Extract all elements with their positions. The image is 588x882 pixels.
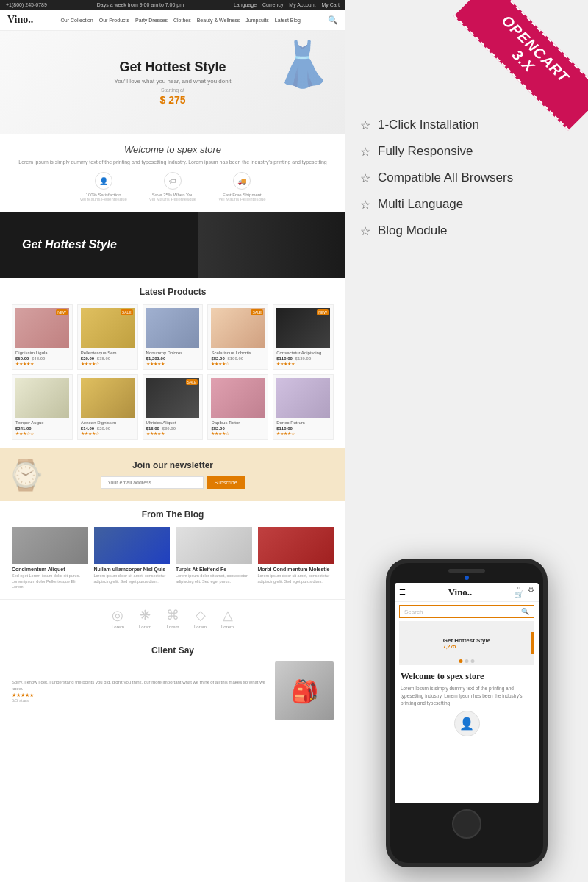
welcome-icons: 👤 100% Satisfaction Vel Mauris Pellentes… bbox=[15, 172, 331, 201]
product-image-3 bbox=[146, 308, 200, 348]
newsletter-section: ⌚ Join our newsletter Subscribe bbox=[0, 448, 345, 501]
phone-cart-count: 0 bbox=[514, 586, 523, 590]
product-image-2: SALE bbox=[81, 308, 135, 348]
cart-link[interactable]: My Cart bbox=[322, 2, 340, 7]
nav-blog[interactable]: Latest Blog bbox=[275, 18, 301, 23]
welcome-title: Welcome to spex store bbox=[15, 144, 331, 155]
opencart-ribbon: OPENCART 3.X bbox=[441, 0, 588, 147]
phone-screen: ☰ Vino.. 0 🛒 ⚙ Search 🔍 Get Hottest S bbox=[395, 583, 539, 803]
blog-text-3: Lorem ipsum dolor sit amet, consectetur … bbox=[176, 573, 252, 584]
phone-hero-price: 7,275 bbox=[443, 644, 490, 649]
product-stars-5: ★★★★★ bbox=[276, 361, 330, 366]
product-card-7[interactable]: Aenean Dignissim $14.00 $20.00 ★★★★☆ bbox=[77, 374, 138, 440]
newsletter-email-input[interactable] bbox=[101, 476, 204, 489]
product-card-5[interactable]: NEW Consectetur Adipiscing $110.00 $130.… bbox=[273, 304, 334, 370]
feature-3: ☆ Compatible All Browsers bbox=[360, 171, 573, 185]
product-stars-8: ★★★★★ bbox=[146, 431, 200, 436]
brand-5[interactable]: △ Lorem bbox=[221, 607, 234, 629]
feature-icon-4: ☆ bbox=[360, 198, 370, 212]
brand-3[interactable]: ⌘ Lorem bbox=[166, 607, 179, 629]
nav-party[interactable]: Party Dresses bbox=[135, 18, 168, 23]
blog-card-2[interactable]: Nullam ullamcorper Nisl Quis Lorem ipsum… bbox=[94, 527, 171, 590]
blog-card-3[interactable]: Turpis At Eleifend Fe Lorem ipsum dolor … bbox=[176, 527, 252, 590]
nav-bar: Vino.. Our Collection Our Products Party… bbox=[0, 10, 345, 31]
nav-jumpsuits[interactable]: Jumpsuits bbox=[245, 18, 269, 23]
product-card-2[interactable]: SALE Pellentesque Sem $20.00 $38.00 ★★★★… bbox=[77, 304, 138, 370]
phone-carousel-dots bbox=[459, 659, 475, 663]
product-card-6[interactable]: Tempor Augue $241.00 ★★★☆☆ bbox=[12, 374, 73, 440]
nav-clothes[interactable]: Clothes bbox=[173, 18, 191, 23]
feature-label-3: Compatible All Browsers bbox=[378, 171, 513, 185]
client-testimonial-text: Sorry, I know I get, I understand the po… bbox=[12, 679, 268, 692]
brand-icon-4: ◇ bbox=[194, 607, 207, 623]
product-card-4[interactable]: SALE Scelerisque Lobortis $82.00 $100.00… bbox=[207, 304, 268, 370]
phone-nav: ☰ Vino.. 0 🛒 ⚙ bbox=[395, 583, 539, 602]
client-stars-label: 5/5 stars bbox=[12, 698, 268, 703]
currency-link[interactable]: Currency bbox=[262, 2, 283, 7]
blog-card-1[interactable]: Condimentum Aliquet Sed eget Lorem ipsum… bbox=[12, 527, 88, 590]
product-stars-4: ★★★★☆ bbox=[211, 361, 265, 366]
blog-name-4: Morbi Condimentum Molestie bbox=[258, 567, 334, 572]
client-section-title: Client Say bbox=[12, 645, 334, 656]
product-badge-1: NEW bbox=[56, 309, 68, 315]
blog-text-2: Lorem ipsum dolor sit amet, consectetur … bbox=[94, 573, 171, 584]
blog-name-1: Condimentum Aliquet bbox=[12, 567, 88, 572]
brand-label-5: Lorem bbox=[221, 625, 234, 629]
phone-badge-count: 0 🛒 bbox=[514, 586, 523, 598]
phone-settings-icon: ⚙ bbox=[528, 586, 534, 598]
ribbon-line1: OPENCART bbox=[498, 12, 572, 85]
brand-icon-5: △ bbox=[221, 607, 234, 623]
product-card-3[interactable]: Nonummy Dolores $1,203.00 ★★★★★ bbox=[143, 304, 204, 370]
blog-text-1: Sed eget Lorem ipsum dolor sit purus. Lo… bbox=[12, 573, 88, 590]
site-logo[interactable]: Vino.. bbox=[7, 14, 33, 26]
phone-welcome-title: Welcome to spex store bbox=[395, 668, 539, 685]
brand-4[interactable]: ◇ Lorem bbox=[194, 607, 207, 629]
product-card-9[interactable]: Dapibus Tortor $82.00 ★★★★☆ bbox=[207, 374, 268, 440]
product-stars-9: ★★★★☆ bbox=[211, 431, 265, 436]
brand-icon-3: ⌘ bbox=[166, 607, 179, 623]
dark-banner: Get Hottest Style bbox=[0, 212, 345, 278]
nav-beauty[interactable]: Beauty & Wellness bbox=[197, 18, 240, 23]
feature-5: ☆ Blog Module bbox=[360, 223, 573, 238]
phone-search-placeholder: Search bbox=[404, 609, 423, 615]
blog-name-3: Turpis At Eleifend Fe bbox=[176, 567, 252, 572]
product-image-1: NEW bbox=[15, 308, 69, 348]
dark-banner-image bbox=[198, 212, 345, 278]
blog-title: From The Blog bbox=[12, 509, 334, 520]
product-name-9: Dapibus Tortor bbox=[211, 420, 265, 425]
phone-support-icon: 👤 bbox=[454, 711, 480, 736]
blog-card-4[interactable]: Morbi Condimentum Molestie Lorem ipsum d… bbox=[258, 527, 334, 590]
feature-icon-1: ☆ bbox=[360, 118, 370, 132]
newsletter-subscribe-button[interactable]: Subscribe bbox=[207, 476, 244, 489]
language-link[interactable]: Language bbox=[234, 2, 257, 7]
account-link[interactable]: My Account bbox=[289, 2, 315, 7]
welcome-section: Welcome to spex store Lorem ipsum is sim… bbox=[0, 134, 345, 212]
product-badge-8: SALE bbox=[186, 379, 198, 385]
hero-content: Get Hottest Style You'll love what you h… bbox=[115, 60, 232, 106]
nav-products[interactable]: Our Products bbox=[99, 18, 129, 23]
product-image-5: NEW bbox=[276, 308, 330, 348]
hero-subtitle: You'll love what you hear, and what you … bbox=[115, 78, 232, 85]
search-icon[interactable]: 🔍 bbox=[328, 15, 338, 25]
brand-label-4: Lorem bbox=[194, 625, 207, 629]
satisfaction-sub: Vel Mauris Pellentesque bbox=[79, 197, 126, 201]
blog-section: From The Blog Condimentum Aliquet Sed eg… bbox=[0, 501, 345, 599]
product-card-10[interactable]: Donec Rutrum $110.00 ★★★★☆ bbox=[273, 374, 334, 440]
newsletter-title: Join our newsletter bbox=[12, 460, 334, 470]
phone-hero-content: Get Hottest Style 7,275 bbox=[443, 637, 490, 649]
brand-label-3: Lorem bbox=[166, 625, 179, 629]
brand-2[interactable]: ❋ Lorem bbox=[139, 607, 151, 629]
phone-search-bar[interactable]: Search 🔍 bbox=[399, 605, 534, 618]
feature-4: ☆ Multi Language bbox=[360, 197, 573, 212]
phone-speaker bbox=[448, 569, 485, 573]
phone-search-icon[interactable]: 🔍 bbox=[521, 608, 529, 615]
nav-collection[interactable]: Our Collection bbox=[60, 18, 93, 23]
product-card-8[interactable]: SALE Ultricies Aliquet $16.00 $30.00 ★★★… bbox=[143, 374, 204, 440]
phone-home-button[interactable] bbox=[452, 809, 481, 839]
product-card-1[interactable]: NEW Dignissim Ligula $50.00 $48.00 ★★★★★ bbox=[12, 304, 73, 370]
product-name-4: Scelerisque Lobortis bbox=[211, 351, 265, 355]
phone-hero-text: Get Hottest Style bbox=[443, 637, 490, 644]
product-name-6: Tempor Augue bbox=[15, 420, 69, 425]
hero-starting: Starting at bbox=[115, 87, 232, 93]
brand-1[interactable]: ◎ Lorem bbox=[112, 607, 124, 629]
